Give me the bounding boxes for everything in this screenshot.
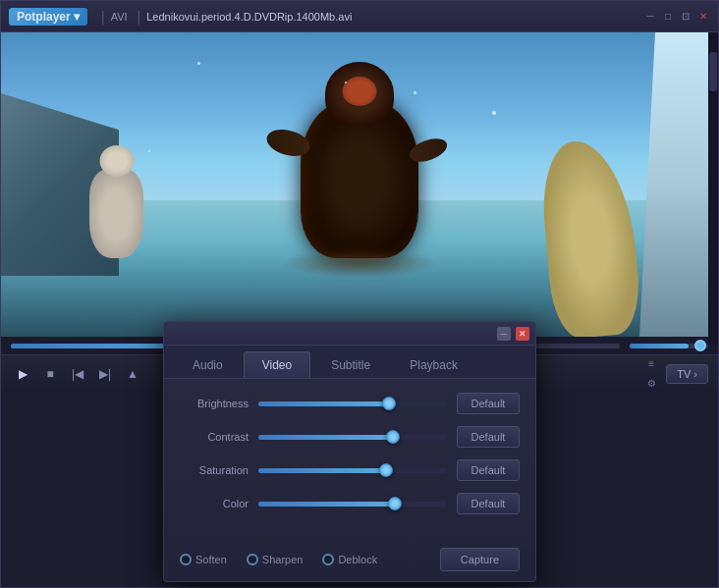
maximize-button[interactable]: ⊡ [679,10,692,24]
saturation-default-btn[interactable]: Default [457,459,520,481]
saturation-thumb [379,463,393,477]
deblock-label: Deblock [338,554,377,565]
scrollbar-thumb [709,52,717,91]
panel-title-bar: ─ ✕ [164,322,535,346]
color-default-btn[interactable]: Default [457,493,520,514]
tv-button[interactable]: TV › [666,364,708,384]
file-format: AVI [111,11,128,23]
settings-button[interactable]: ⚙ [640,376,662,392]
soften-label: Soften [195,554,227,565]
filename: Lednikovui.period.4.D.DVDRip.1400Mb.avi [146,11,643,23]
close-button[interactable]: ✕ [696,10,710,24]
saturation-row: Saturation Default [180,459,520,481]
app-logo[interactable]: Potplayer ▾ [9,8,87,26]
brightness-thumb [382,397,396,410]
sharpen-label: Sharpen [262,554,304,565]
panel-close-button[interactable]: ✕ [516,327,529,341]
contrast-label: Contrast [180,431,249,443]
minimize-button[interactable]: ─ [643,10,657,24]
prev-button[interactable]: |◀ [66,362,89,386]
volume-fill [630,344,689,348]
volume-area [630,344,708,348]
title-sep2: | [138,9,141,25]
tab-audio[interactable]: Audio [174,351,242,378]
brightness-fill [258,401,390,406]
saturation-fill [258,468,387,473]
color-slider[interactable] [258,502,447,507]
brightness-row: Brightness Default [180,393,520,414]
panel-tabs: Audio Video Subtitle Playback [164,346,535,379]
video-area[interactable] [1,32,718,337]
stop-button[interactable]: ■ [38,362,62,386]
volume-bar[interactable] [630,344,708,348]
color-fill [258,502,396,507]
tab-video[interactable]: Video [244,351,310,378]
overlay-panel: ─ ✕ Audio Video Subtitle Playback Bright… [163,321,536,582]
play-button[interactable]: ▶ [11,362,34,386]
panel-minimize-button[interactable]: ─ [497,327,511,341]
saturation-label: Saturation [180,464,249,476]
brightness-slider[interactable] [258,401,447,406]
title-sep: | [101,9,105,25]
contrast-thumb [386,430,400,444]
color-row: Color Default [180,493,520,514]
contrast-slider[interactable] [258,435,447,440]
tab-playback[interactable]: Playback [391,351,476,378]
capture-button[interactable]: Capture [440,548,520,571]
deblock-radio[interactable]: Deblock [322,554,377,565]
panel-content: Brightness Default Contrast Default [164,379,535,542]
title-bar: Potplayer ▾ | AVI | Lednikovui.period.4.… [1,1,718,32]
creature-small-left [89,170,143,258]
next-button[interactable]: ▶| [93,362,117,386]
volume-handle[interactable] [694,340,706,351]
sharpen-radio-circle [247,554,258,565]
panel-bottom: Soften Sharpen Deblock Capture [164,542,535,581]
color-thumb [388,497,402,510]
deblock-radio-circle [322,554,334,565]
contrast-fill [258,435,394,440]
soften-radio-circle [180,554,192,565]
contrast-default-btn[interactable]: Default [457,426,520,448]
soften-radio[interactable]: Soften [180,554,227,565]
player-window: Potplayer ▾ | AVI | Lednikovui.period.4.… [0,0,719,588]
creature-main [301,101,418,258]
color-label: Color [180,498,249,509]
saturation-slider[interactable] [258,468,447,473]
contrast-row: Contrast Default [180,426,520,448]
video-scene [1,32,718,337]
sharpen-radio[interactable]: Sharpen [247,554,304,565]
brightness-default-btn[interactable]: Default [457,393,520,414]
side-buttons: ≡ ⚙ [640,356,662,392]
open-button[interactable]: ▲ [121,362,144,386]
window-controls: ─ □ ⊡ ✕ [643,10,710,24]
scrollbar-right[interactable] [708,32,718,345]
playlist-button[interactable]: ≡ [640,356,662,372]
tab-subtitle[interactable]: Subtitle [312,351,389,378]
brightness-label: Brightness [180,398,249,409]
restore-button[interactable]: □ [661,10,675,24]
